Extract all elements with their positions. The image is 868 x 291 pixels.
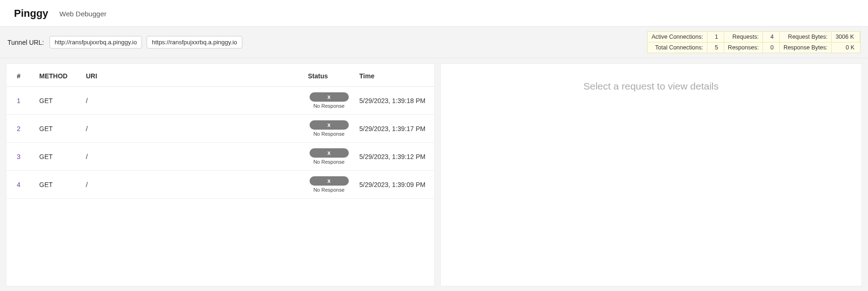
app-header: Pinggy Web Debugger: [0, 0, 868, 27]
stat-request-bytes-value: 3006 K: [832, 32, 860, 42]
stat-active-connections-value: 1: [707, 32, 724, 42]
status-subtext: No Response: [308, 187, 350, 193]
col-header-status: Status: [303, 64, 355, 87]
tunnel-url-group: Tunnel URL: http://ransfpujxxrbq.a.pingg…: [7, 36, 242, 48]
status-badge: x: [310, 120, 349, 130]
tunnel-url-label: Tunnel URL:: [7, 39, 44, 46]
cell-time: 5/29/2023, 1:39:17 PM: [355, 115, 434, 143]
cell-uri: /: [81, 143, 303, 171]
toolbar: Tunnel URL: http://ransfpujxxrbq.a.pingg…: [0, 27, 868, 58]
cell-status: xNo Response: [303, 87, 355, 115]
col-header-method: METHOD: [35, 64, 81, 87]
stats-panel: Active Connections: 1 Requests: 4 Reques…: [647, 31, 861, 53]
cell-index: 2: [7, 115, 35, 143]
cell-index: 4: [7, 171, 35, 199]
stat-requests-label: Requests:: [724, 32, 763, 42]
status-badge: x: [310, 176, 349, 186]
tunnel-url-https[interactable]: https://ransfpujxxrbq.a.pinggy.io: [147, 36, 242, 48]
status-subtext: No Response: [308, 131, 350, 137]
brand-subtitle: Web Debugger: [59, 10, 106, 18]
cell-time: 5/29/2023, 1:39:09 PM: [355, 171, 434, 199]
cell-method: GET: [35, 115, 81, 143]
cell-uri: /: [81, 171, 303, 199]
table-row[interactable]: 4GET/xNo Response5/29/2023, 1:39:09 PM: [7, 171, 434, 199]
stat-response-bytes-label: Response Bytes:: [780, 42, 832, 53]
cell-index: 3: [7, 143, 35, 171]
stat-active-connections-label: Active Connections:: [648, 32, 707, 42]
status-badge: x: [310, 92, 349, 102]
table-row[interactable]: 3GET/xNo Response5/29/2023, 1:39:12 PM: [7, 143, 434, 171]
cell-status: xNo Response: [303, 143, 355, 171]
cell-status: xNo Response: [303, 171, 355, 199]
cell-time: 5/29/2023, 1:39:18 PM: [355, 87, 434, 115]
stat-total-connections-value: 5: [707, 42, 724, 53]
stat-response-bytes-value: 0 K: [832, 42, 860, 53]
col-header-uri: URI: [81, 64, 303, 87]
cell-method: GET: [35, 143, 81, 171]
table-row[interactable]: 1GET/xNo Response5/29/2023, 1:39:18 PM: [7, 87, 434, 115]
status-subtext: No Response: [308, 159, 350, 165]
cell-index: 1: [7, 87, 35, 115]
stat-total-connections-label: Total Connections:: [648, 42, 707, 53]
main-content: # METHOD URI Status Time 1GET/xNo Respon…: [0, 58, 868, 291]
stat-responses-label: Responses:: [724, 42, 763, 53]
col-header-time: Time: [355, 64, 434, 87]
cell-time: 5/29/2023, 1:39:12 PM: [355, 143, 434, 171]
cell-status: xNo Response: [303, 115, 355, 143]
tunnel-url-http[interactable]: http://ransfpujxxrbq.a.pinggy.io: [49, 36, 142, 48]
requests-table: # METHOD URI Status Time 1GET/xNo Respon…: [7, 64, 434, 199]
stat-responses-value: 0: [763, 42, 780, 53]
cell-uri: /: [81, 115, 303, 143]
stat-request-bytes-label: Request Bytes:: [780, 32, 832, 42]
col-header-index: #: [7, 64, 35, 87]
details-panel: Select a request to view details: [441, 64, 862, 286]
status-badge: x: [310, 148, 349, 158]
cell-uri: /: [81, 87, 303, 115]
stat-requests-value: 4: [763, 32, 780, 42]
cell-method: GET: [35, 171, 81, 199]
brand-title: Pinggy: [14, 7, 48, 20]
requests-panel: # METHOD URI Status Time 1GET/xNo Respon…: [7, 64, 434, 286]
status-subtext: No Response: [308, 103, 350, 109]
cell-method: GET: [35, 87, 81, 115]
details-placeholder: Select a request to view details: [584, 81, 719, 286]
table-row[interactable]: 2GET/xNo Response5/29/2023, 1:39:17 PM: [7, 115, 434, 143]
